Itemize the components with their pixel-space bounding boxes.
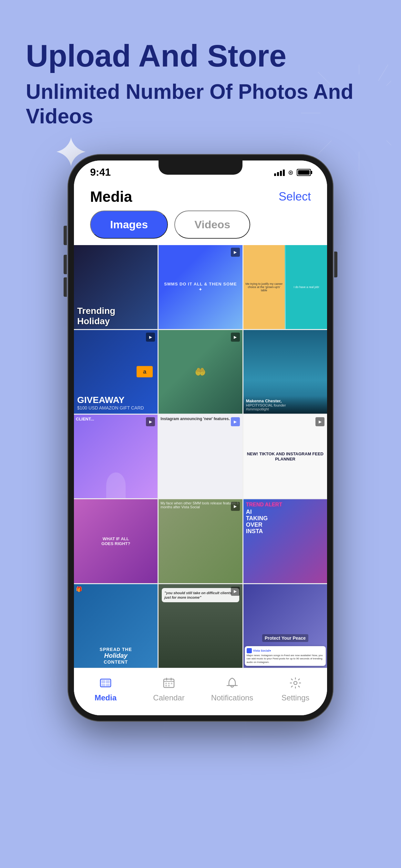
tab-buttons: Images Videos (74, 211, 327, 245)
calendar-icon (160, 675, 177, 691)
media-cell-2[interactable]: SMMS DO IT ALL & THEN SOME ✦ (158, 245, 242, 329)
signal-icon (274, 169, 285, 176)
bottom-tab-bar: Media (74, 668, 327, 715)
media-cell-11[interactable]: My face when other SMM tools release fea… (158, 499, 242, 583)
tab-media[interactable]: Media (74, 675, 137, 702)
app-header: Media Select (74, 182, 327, 211)
svg-rect-23 (165, 685, 167, 686)
svg-point-26 (294, 681, 297, 685)
tab-calendar[interactable]: Calendar (137, 675, 201, 702)
app-title: Media (90, 188, 132, 206)
phone-mockup: 9:41 ⊛ Media Select (0, 155, 401, 721)
media-icon (97, 675, 114, 691)
phone-screen: 9:41 ⊛ Media Select (74, 160, 327, 715)
media-cell-14[interactable]: "you should still take on difficult clie… (158, 584, 242, 668)
media-cell-8[interactable]: Instagram announcing 'new' features. (158, 414, 242, 498)
media-cell-5[interactable]: 🤲 (158, 330, 242, 414)
svg-rect-22 (171, 683, 173, 684)
media-cell-6[interactable]: Makenna Chester, HIPCITYSOCIAL founder #… (243, 330, 327, 414)
svg-rect-12 (101, 680, 105, 683)
tab-settings-label: Settings (281, 693, 310, 702)
images-tab[interactable]: Images (90, 211, 168, 239)
videos-tab[interactable]: Videos (174, 211, 250, 239)
svg-rect-13 (106, 680, 110, 683)
svg-rect-24 (168, 685, 170, 686)
phone-frame: 9:41 ⊛ Media Select (68, 155, 333, 721)
media-cell-3[interactable]: Me trying to justify my career choice at… (243, 245, 327, 329)
tab-media-label: Media (95, 693, 117, 702)
hero-section: Upload And Store Unlimited Number Of Pho… (0, 0, 401, 148)
tab-calendar-label: Calendar (153, 693, 184, 702)
media-cell-13[interactable]: SPREAD THE Holiday CONTENT 🎁 (74, 584, 158, 668)
svg-rect-15 (106, 684, 110, 686)
media-cell-15[interactable]: Vista Social● Major news: Instagram song… (243, 584, 327, 668)
hero-subtitle: Unlimited Number Of Photos And Videos (26, 80, 375, 129)
media-cell-12[interactable]: TREND ALERT AITAKINGOVERINSTA (243, 499, 327, 583)
media-grid: TrendingHoliday SMMS DO IT ALL & THEN SO… (74, 245, 327, 668)
settings-icon (287, 675, 304, 691)
tab-notifications-label: Notifications (211, 693, 253, 702)
tab-notifications[interactable]: Notifications (201, 675, 264, 702)
media-cell-9[interactable]: NEW! TIKTOK AND INSTAGRAM FEED PLANNER (243, 414, 327, 498)
hero-title: Upload And Store (26, 39, 375, 73)
svg-rect-20 (165, 683, 167, 684)
media-cell-10[interactable]: WHAT IF ALLGOES RIGHT? (74, 499, 158, 583)
media-cell-7[interactable]: CLIENT... (74, 414, 158, 498)
media-cell-1[interactable]: TrendingHoliday (74, 245, 158, 329)
wifi-icon: ⊛ (288, 168, 294, 176)
status-time: 9:41 (90, 166, 111, 178)
svg-rect-21 (168, 683, 170, 684)
svg-rect-14 (101, 684, 105, 686)
phone-notch (158, 160, 243, 175)
media-cell-4[interactable]: GIVEAWAY $100 USD AMAZON GIFT CARD a (74, 330, 158, 414)
status-icons: ⊛ (274, 168, 311, 176)
select-button[interactable]: Select (279, 190, 311, 204)
tab-settings[interactable]: Settings (264, 675, 327, 702)
bell-icon (224, 675, 241, 691)
battery-icon (297, 169, 311, 176)
